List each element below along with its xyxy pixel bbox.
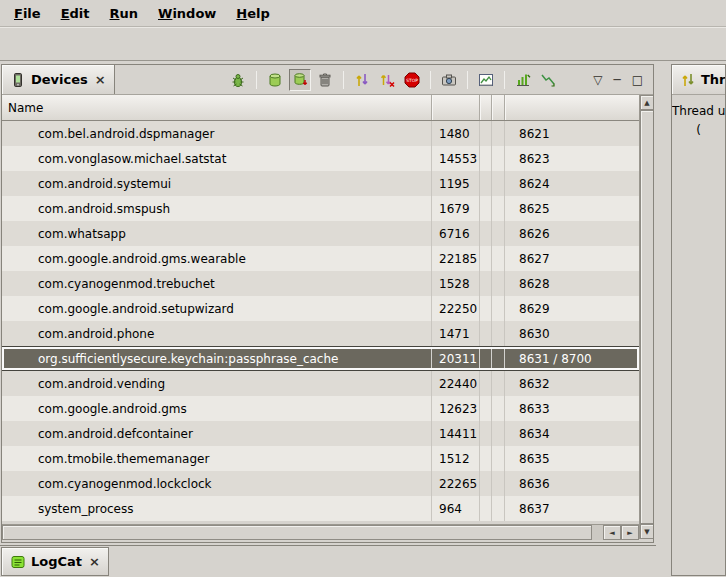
tab-threads[interactable]: Threa [672,65,726,94]
main-area: Devices × STOP ▽ ─ □ Name [0,62,726,577]
cell-process-name: com.android.systemui [2,171,432,196]
cell-empty-2 [492,221,505,246]
debug-button[interactable] [227,69,249,91]
table-row[interactable]: com.cyanogenmod.lockclock 22265 8636 [2,471,639,496]
stop-process-button[interactable]: STOP [401,69,423,91]
cell-pid: 964 [432,496,480,521]
table-row[interactable]: com.android.phone 1471 8630 [2,321,639,346]
scroll-up-button[interactable]: ▲ [640,95,653,110]
cell-process-name: com.tmobile.thememanager [2,446,432,471]
cell-process-name: com.android.vending [2,371,432,396]
cell-process-name: com.whatsapp [2,221,432,246]
cell-empty-1 [480,471,492,496]
start-systrace-button[interactable] [512,69,534,91]
scroll-down-button[interactable]: ▼ [640,524,653,539]
update-heap-button[interactable] [264,69,286,91]
devices-tab-icon [10,72,26,88]
menu-edit[interactable]: Edit [53,2,98,25]
logcat-tab-icon [10,554,26,570]
table-row[interactable]: system_process 964 8637 [2,496,639,521]
start-method-profiling-button[interactable] [376,69,398,91]
table-row[interactable]: com.tmobile.thememanager 1512 8635 [2,446,639,471]
devices-panel-header: Devices × STOP ▽ ─ □ [2,65,653,95]
devices-tab-close-icon[interactable]: × [95,72,106,87]
table-row[interactable]: com.android.vending 22440 8632 [2,371,639,396]
update-threads-icon [354,72,370,88]
minimize-icon[interactable]: ─ [613,73,620,87]
cell-pid: 1471 [432,321,480,346]
table-row[interactable]: com.android.defcontainer 14411 8634 [2,421,639,446]
column-header-empty-2[interactable] [492,95,505,120]
cell-process-name: system_process [2,496,432,521]
table-row[interactable]: com.google.android.gms 12623 8633 [2,396,639,421]
cell-port: 8636 [505,471,639,496]
cell-empty-1 [480,296,492,321]
cell-process-name: com.android.phone [2,321,432,346]
devices-tab-label: Devices [31,72,88,87]
scroll-right-button[interactable]: ► [621,525,639,540]
cell-empty-2 [492,471,505,496]
cause-gc-button[interactable] [314,69,336,91]
cell-empty-2 [492,246,505,271]
tab-logcat[interactable]: LogCat × [1,547,109,576]
cell-empty-1 [480,121,492,146]
cell-port: 8635 [505,446,639,471]
device-table: Name com.bel.android.dspmanager 1480 862… [2,95,653,542]
menu-window[interactable]: Window [150,2,224,25]
left-column: Devices × STOP ▽ ─ □ Name [0,62,656,577]
cell-empty-1 [480,221,492,246]
cell-empty-1 [480,496,492,521]
column-header-pid[interactable] [432,95,480,120]
logcat-panel: LogCat × [0,545,656,577]
horizontal-scrollbar-thumb[interactable] [2,525,592,540]
table-row[interactable]: com.android.smspush 1679 8625 [2,196,639,221]
split-sash[interactable] [656,62,671,577]
dump-hprof-icon [292,72,308,88]
table-row[interactable]: com.google.android.setupwizard 22250 862… [2,296,639,321]
menu-run[interactable]: Run [102,2,147,25]
logcat-tab-close-icon[interactable]: × [89,554,100,569]
cell-process-name: com.android.defcontainer [2,421,432,446]
update-threads-button[interactable] [351,69,373,91]
table-row[interactable]: com.android.systemui 1195 8624 [2,171,639,196]
cell-pid: 1195 [432,171,480,196]
table-row[interactable]: com.bel.android.dspmanager 1480 8621 [2,121,639,146]
cell-empty-1 [480,347,492,370]
table-row[interactable]: org.sufficientlysecure.keychain:passphra… [2,346,639,371]
cell-port: 8634 [505,421,639,446]
device-table-header: Name [2,95,639,121]
opengl-trace-button[interactable] [537,69,559,91]
scroll-left-button[interactable]: ◄ [603,525,621,540]
table-row[interactable]: com.vonglasow.michael.satstat 14553 8623 [2,146,639,171]
system-info-button[interactable] [475,69,497,91]
vertical-scrollbar-thumb[interactable] [640,110,653,524]
threads-tab-icon [680,72,696,88]
start-systrace-icon [515,72,531,88]
stop-process-icon: STOP [404,72,420,88]
column-header-name[interactable]: Name [2,95,432,120]
table-row[interactable]: com.google.android.gms.wearable 22185 86… [2,246,639,271]
cell-empty-1 [480,171,492,196]
maximize-icon[interactable]: □ [632,73,643,87]
cell-pid: 20311 [432,347,480,370]
cell-port: 8623 [505,146,639,171]
column-header-empty-1[interactable] [480,95,492,120]
threads-panel-header: Threa [672,65,725,95]
menubar: FileEditRunWindowHelp [0,0,726,27]
table-row[interactable]: com.cyanogenmod.trebuchet 1528 8628 [2,271,639,296]
screen-capture-button[interactable] [438,69,460,91]
cell-empty-2 [492,347,505,370]
table-row[interactable]: com.whatsapp 6716 8626 [2,221,639,246]
update-heap-icon [267,72,283,88]
view-menu-icon[interactable]: ▽ [593,73,602,87]
menu-help[interactable]: Help [228,2,277,25]
cell-port: 8629 [505,296,639,321]
horizontal-scrollbar-track[interactable] [592,525,603,540]
menu-file[interactable]: File [6,2,49,25]
cell-empty-2 [492,446,505,471]
dump-hprof-button[interactable] [289,69,311,91]
devices-view-controls: ▽ ─ □ [593,73,653,87]
cell-empty-2 [492,296,505,321]
column-header-port[interactable] [505,95,639,120]
tab-devices[interactable]: Devices × [2,65,115,94]
